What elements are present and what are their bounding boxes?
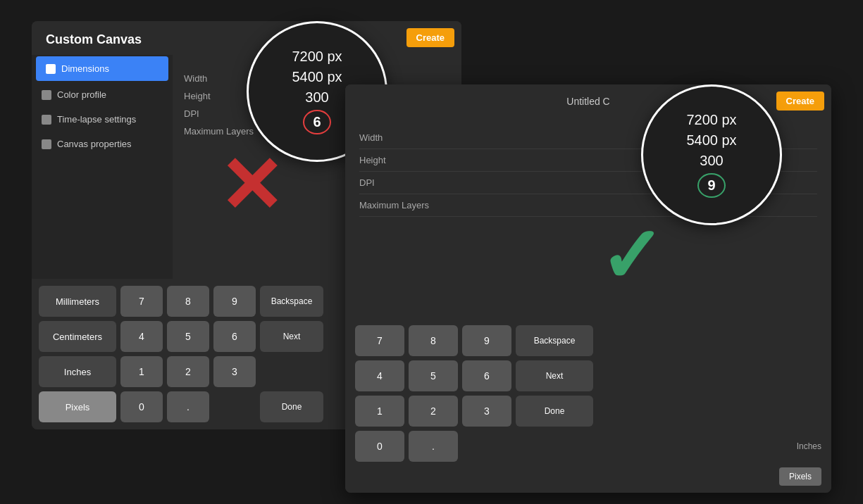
canvas-props-icon	[42, 139, 51, 149]
mag-left-dpi: 300	[305, 89, 328, 106]
height-label-right: Height	[359, 155, 451, 165]
sidebar-item-color-label: Color profile	[57, 89, 106, 100]
key-3-left[interactable]: 3	[213, 356, 256, 387]
key-backspace-left[interactable]: Backspace	[260, 286, 323, 317]
mag-left-highlighted: 6	[303, 110, 330, 134]
color-profile-icon	[42, 90, 51, 100]
mag-right-highlighted: 9	[697, 173, 725, 198]
key-3-right[interactable]: 3	[462, 396, 511, 427]
key-6-left[interactable]: 6	[213, 321, 256, 352]
mag-right-dpi: 300	[700, 153, 723, 169]
key-0-left[interactable]: 0	[120, 391, 163, 422]
key-dot-left[interactable]: .	[167, 391, 209, 422]
key-backspace-right[interactable]: Backspace	[516, 325, 593, 356]
create-button-left[interactable]: Create	[406, 28, 454, 47]
width-label-right: Width	[359, 132, 451, 143]
mag-right-height: 5400 px	[686, 132, 736, 149]
time-lapse-icon	[42, 115, 51, 125]
unit-centimeters[interactable]: Centimeters	[39, 321, 116, 352]
sidebar-item-color-profile[interactable]: Color profile	[32, 82, 173, 107]
key-done-right[interactable]: Done	[516, 396, 593, 427]
correct-mark: ✓	[599, 211, 664, 301]
unit-millimeters[interactable]: Millimeters	[39, 286, 116, 317]
dpi-label-right: DPI	[359, 177, 451, 188]
magnifier-right: 7200 px 5400 px 300 9	[641, 84, 782, 225]
sidebar-item-timelapse-label: Time-lapse settings	[57, 114, 136, 125]
sidebar-item-canvas-props[interactable]: Canvas properties	[32, 132, 173, 156]
maxlayers-label-left: Maximum Layers	[184, 126, 268, 137]
sidebar-item-dimensions[interactable]: Dimensions	[36, 56, 168, 81]
key-1-right[interactable]: 1	[355, 396, 404, 427]
untitled-title-right: Untitled C	[566, 96, 609, 107]
create-button-right[interactable]: Create	[776, 92, 824, 111]
key-2-right[interactable]: 2	[409, 396, 458, 427]
key-7-left[interactable]: 7	[120, 286, 163, 317]
key-4-left[interactable]: 4	[120, 321, 163, 352]
key-5-left[interactable]: 5	[167, 321, 209, 352]
key-8-left[interactable]: 8	[167, 286, 209, 317]
mag-right-width: 7200 px	[686, 112, 736, 128]
mag-left-height: 5400 px	[292, 69, 342, 85]
wrong-mark: ✕	[218, 141, 283, 231]
key-0-right[interactable]: 0	[355, 431, 404, 462]
key-6-right[interactable]: 6	[462, 360, 511, 391]
sidebar-item-time-lapse[interactable]: Time-lapse settings	[32, 107, 173, 132]
sidebar-item-canvas-label: Canvas properties	[57, 139, 132, 149]
key-done-left[interactable]: Done	[260, 391, 323, 422]
key-8-right[interactable]: 8	[409, 325, 458, 356]
key-5-right[interactable]: 5	[409, 360, 458, 391]
sidebar-item-dimensions-label: Dimensions	[61, 63, 109, 74]
key-next-left[interactable]: Next	[260, 321, 323, 352]
key-dot-right[interactable]: .	[409, 431, 458, 462]
keypad-right: 7 8 9 Backspace 4 5 6 Next 1 2 3 Done 0 …	[345, 318, 831, 493]
unit-inches-right: Inches	[797, 441, 821, 451]
maxlayers-label-right: Maximum Layers	[359, 200, 451, 210]
unit-inches[interactable]: Inches	[39, 356, 116, 387]
unit-pixels[interactable]: Pixels	[39, 391, 116, 422]
key-7-right[interactable]: 7	[355, 325, 404, 356]
key-9-left[interactable]: 9	[213, 286, 256, 317]
mag-left-width: 7200 px	[292, 49, 342, 65]
key-9-right[interactable]: 9	[462, 325, 511, 356]
key-2-left[interactable]: 2	[167, 356, 209, 387]
unit-pixels-right[interactable]: Pixels	[779, 467, 821, 486]
key-4-right[interactable]: 4	[355, 360, 404, 391]
dimensions-icon	[46, 64, 56, 74]
key-1-left[interactable]: 1	[120, 356, 163, 387]
key-next-right[interactable]: Next	[516, 360, 593, 391]
